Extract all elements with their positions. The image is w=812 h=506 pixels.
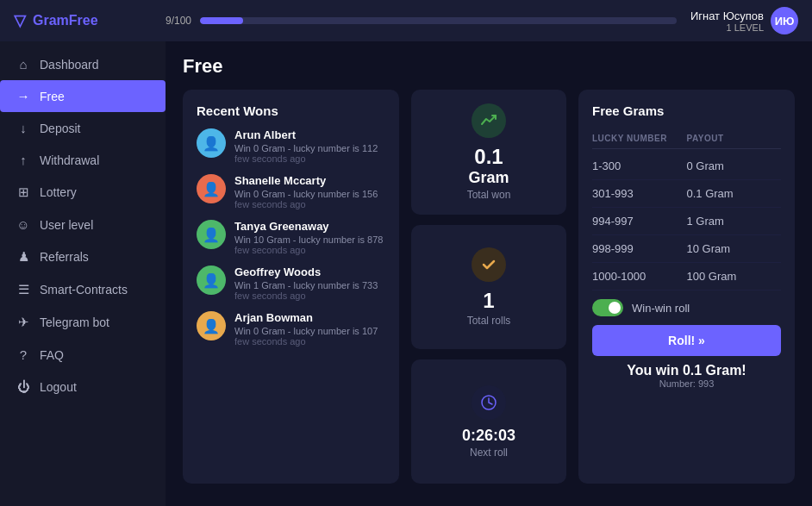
table-row: 994-997 1 Gram xyxy=(592,208,781,235)
lucky-range: 994-997 xyxy=(592,215,687,228)
won-info: Tanya Greenaway Win 10 Gram - lucky numb… xyxy=(234,220,385,255)
sidebar-label-telegram-bot: Telegram bot xyxy=(40,315,109,329)
won-info: Arun Albert Win 0 Gram - lucky number is… xyxy=(234,128,385,164)
win-win-area: Win-win roll xyxy=(592,299,781,316)
total-won-card: 0.1 Gram Total won xyxy=(411,90,566,215)
roll-button[interactable]: Roll! » xyxy=(592,325,781,356)
recent-wons-title: Recent Wons xyxy=(197,103,385,118)
next-roll-value: 0:26:03 xyxy=(462,427,515,445)
list-item: 👤 Arun Albert Win 0 Gram - lucky number … xyxy=(197,128,385,164)
free-grams-card: Free Grams LUCKY NUMBER PAYOUT 1-300 0 G… xyxy=(578,90,795,484)
withdrawal-icon: ↑ xyxy=(16,153,31,167)
win-result: You win 0.1 Gram! Number: 993 xyxy=(592,363,781,389)
lucky-range: 998-999 xyxy=(592,242,687,255)
won-time: few seconds ago xyxy=(234,336,385,347)
col-header-lucky: LUCKY NUMBER xyxy=(592,134,687,143)
list-item: 👤 Geoffrey Woods Win 1 Gram - lucky numb… xyxy=(197,265,385,301)
total-rolls-card: 1 Total rolls xyxy=(411,225,566,349)
next-roll-card: 0:26:03 Next roll xyxy=(411,359,566,484)
avatar: 👤 xyxy=(197,220,226,249)
free-icon: → xyxy=(16,89,31,103)
won-name: Arjan Bowman xyxy=(234,311,385,324)
avatar[interactable]: ИЮ xyxy=(771,7,798,34)
sidebar-item-deposit[interactable]: ↓ Deposit xyxy=(0,112,166,144)
lucky-range: 1-300 xyxy=(592,159,687,172)
total-rolls-value: 1 xyxy=(483,289,494,313)
trend-icon xyxy=(472,103,506,138)
won-detail: Win 0 Gram - lucky number is 107 xyxy=(234,326,385,336)
stats-column: 0.1 Gram Total won 1 Total rolls xyxy=(411,90,566,484)
sidebar-item-free[interactable]: → Free xyxy=(0,80,166,112)
sidebar-label-user-level: User level xyxy=(40,218,93,232)
free-grams-title: Free Grams xyxy=(592,103,781,118)
won-detail: Win 1 Gram - lucky number is 733 xyxy=(234,280,385,290)
list-item: 👤 Shanelle Mccarty Win 0 Gram - lucky nu… xyxy=(197,174,385,209)
telegram-icon: ✈ xyxy=(16,315,31,330)
sidebar-item-dashboard[interactable]: ⌂ Dashboard xyxy=(0,48,166,80)
progress-bar-background xyxy=(200,17,677,24)
payout-value: 0.1 Gram xyxy=(687,187,782,200)
recent-wons-card: Recent Wons 👤 Arun Albert Win 0 Gram - l… xyxy=(183,90,399,484)
sidebar-label-lottery: Lottery xyxy=(40,185,77,199)
win-win-toggle[interactable] xyxy=(592,299,623,316)
won-detail: Win 0 Gram - lucky number is 112 xyxy=(234,143,385,153)
main-layout: ⌂ Dashboard → Free ↓ Deposit ↑ Withdrawa… xyxy=(0,41,812,506)
table-row: 1000-1000 100 Gram xyxy=(592,263,781,290)
sidebar-item-smart-contracts[interactable]: ☰ Smart-Contracts xyxy=(0,273,166,306)
won-detail: Win 0 Gram - lucky number is 156 xyxy=(234,189,385,199)
payout-value: 100 Gram xyxy=(687,270,782,283)
check-icon xyxy=(472,247,506,282)
sidebar-item-referrals[interactable]: ♟ Referrals xyxy=(0,241,166,273)
sidebar-label-logout: Logout xyxy=(40,380,77,394)
dashboard-icon: ⌂ xyxy=(16,57,31,72)
won-time: few seconds ago xyxy=(234,153,385,164)
user-level-icon: ☺ xyxy=(16,217,31,232)
total-won-unit: Gram xyxy=(468,169,509,187)
sidebar-label-faq: FAQ xyxy=(40,348,64,362)
progress-label: 9/100 xyxy=(166,15,191,27)
payout-value: 10 Gram xyxy=(687,242,782,255)
list-item: 👤 Arjan Bowman Win 0 Gram - lucky number… xyxy=(197,311,385,347)
user-level: 1 LEVEL xyxy=(690,22,764,33)
sidebar-item-faq[interactable]: ? FAQ xyxy=(0,339,166,371)
lucky-range: 301-993 xyxy=(592,187,687,200)
avatar: 👤 xyxy=(197,174,226,203)
sidebar-item-lottery[interactable]: ⊞ Lottery xyxy=(0,176,166,209)
deposit-icon: ↓ xyxy=(16,121,31,135)
lottery-icon: ⊞ xyxy=(16,184,31,200)
main-content: Free Recent Wons 👤 Arun Albert Win 0 Gra… xyxy=(166,41,812,506)
total-rolls-label: Total rolls xyxy=(467,315,511,327)
won-info: Geoffrey Woods Win 1 Gram - lucky number… xyxy=(234,265,385,301)
user-details: Игнат Юсупов 1 LEVEL xyxy=(690,9,764,33)
sidebar-item-logout[interactable]: ⏻ Logout xyxy=(0,371,166,403)
sidebar-item-user-level[interactable]: ☺ User level xyxy=(0,209,166,241)
user-name: Игнат Юсупов xyxy=(690,9,764,22)
table-row: 998-999 10 Gram xyxy=(592,235,781,263)
logo-text: GramFree xyxy=(33,13,98,28)
next-roll-label: Next roll xyxy=(470,447,508,459)
won-info: Arjan Bowman Win 0 Gram - lucky number i… xyxy=(234,311,385,347)
referrals-icon: ♟ xyxy=(16,249,31,265)
avatar: 👤 xyxy=(197,128,226,158)
win-result-sub: Number: 993 xyxy=(592,378,781,389)
sidebar-label-smart-contracts: Smart-Contracts xyxy=(40,283,128,297)
payout-value: 0 Gram xyxy=(687,159,782,172)
lucky-range: 1000-1000 xyxy=(592,270,687,283)
payout-value: 1 Gram xyxy=(687,215,782,228)
content-grid: Recent Wons 👤 Arun Albert Win 0 Gram - l… xyxy=(183,90,795,484)
sidebar-item-telegram-bot[interactable]: ✈ Telegram bot xyxy=(0,306,166,339)
smart-contracts-icon: ☰ xyxy=(16,282,31,297)
total-won-label: Total won xyxy=(467,189,511,201)
avatar: 👤 xyxy=(197,311,226,340)
sidebar: ⌂ Dashboard → Free ↓ Deposit ↑ Withdrawa… xyxy=(0,41,166,506)
clock-icon xyxy=(472,385,506,420)
table-row: 301-993 0.1 Gram xyxy=(592,180,781,208)
page-title: Free xyxy=(183,55,795,78)
sidebar-item-withdrawal[interactable]: ↑ Withdrawal xyxy=(0,144,166,176)
won-time: few seconds ago xyxy=(234,290,385,301)
win-win-label: Win-win roll xyxy=(632,302,690,315)
won-time: few seconds ago xyxy=(234,199,385,209)
sidebar-label-dashboard: Dashboard xyxy=(40,58,99,72)
sidebar-label-withdrawal: Withdrawal xyxy=(40,153,99,167)
won-name: Shanelle Mccarty xyxy=(234,174,385,187)
